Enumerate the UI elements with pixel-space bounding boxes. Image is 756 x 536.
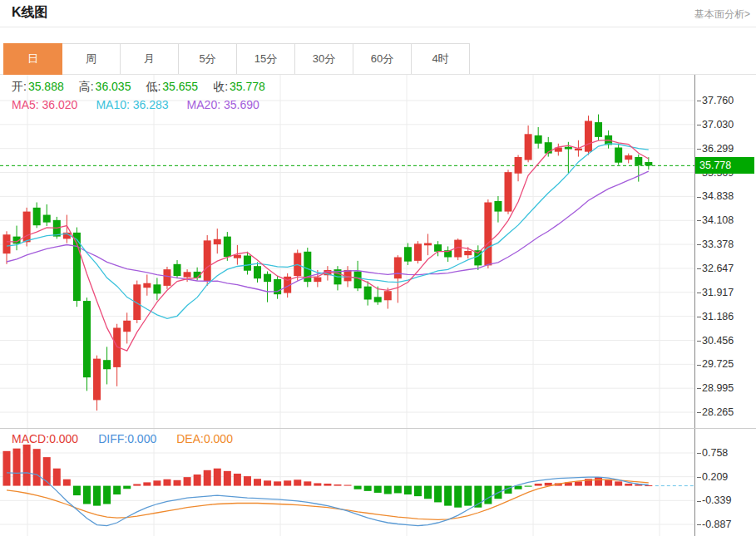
price-axis-label: 29.725 bbox=[697, 357, 734, 371]
macd-bar bbox=[464, 486, 472, 506]
macd-bar bbox=[535, 484, 542, 486]
axis-tick bbox=[697, 149, 701, 150]
open-label: 开: bbox=[12, 80, 27, 93]
price-axis-label: 28.265 bbox=[697, 406, 734, 419]
axis-tick bbox=[697, 125, 701, 125]
macd-bar bbox=[83, 486, 91, 504]
macd-bar bbox=[575, 481, 582, 485]
macd-bar bbox=[204, 470, 211, 486]
tab-60分[interactable]: 60分 bbox=[353, 43, 412, 75]
macd-bar bbox=[424, 486, 432, 499]
macd-bar bbox=[153, 480, 161, 485]
ma5-label: MA5: bbox=[12, 98, 39, 111]
macd-bar bbox=[304, 481, 311, 485]
candle-body bbox=[224, 237, 231, 258]
ma5-line bbox=[7, 140, 649, 352]
candle-body bbox=[33, 208, 41, 225]
price-axis: 35.778 37.76037.03036.29935.56934.83834.… bbox=[694, 75, 756, 428]
macd-bar bbox=[214, 469, 221, 486]
ma20-label: MA20: bbox=[187, 98, 220, 111]
macd-bar bbox=[3, 451, 11, 486]
high-value: 36.035 bbox=[96, 80, 131, 93]
axis-tick bbox=[697, 220, 701, 221]
macd-bar bbox=[93, 486, 101, 506]
candle-body bbox=[635, 157, 642, 165]
macd-panel: MACD:0.000 DIFF:0.000 DEA:0.000 0.7580.2… bbox=[0, 429, 756, 536]
axis-tick bbox=[697, 244, 701, 245]
macd-bar bbox=[444, 486, 452, 506]
macd-bar bbox=[264, 480, 271, 485]
candle-body bbox=[645, 162, 652, 165]
fundamental-analysis-link[interactable]: 基本面分析> bbox=[694, 7, 750, 22]
macd-bar bbox=[394, 486, 402, 494]
diff-line bbox=[7, 473, 649, 526]
tab-月[interactable]: 月 bbox=[120, 43, 179, 75]
current-price-badge: 35.778 bbox=[695, 157, 754, 174]
price-axis-label: 31.186 bbox=[697, 310, 734, 323]
candle-body bbox=[434, 244, 442, 252]
tab-15分[interactable]: 15分 bbox=[236, 43, 295, 75]
candle-body bbox=[103, 360, 111, 369]
axis-tick bbox=[697, 197, 701, 198]
ma20-value: 35.690 bbox=[224, 98, 259, 111]
macd-bar bbox=[174, 480, 181, 486]
candle-body bbox=[184, 272, 191, 277]
macd-bar bbox=[354, 486, 362, 489]
axis-tick bbox=[697, 412, 701, 413]
axis-tick bbox=[697, 524, 701, 525]
candle-body bbox=[515, 157, 522, 174]
macd-bar bbox=[63, 479, 71, 486]
candle-body bbox=[505, 172, 512, 211]
tab-5分[interactable]: 5分 bbox=[178, 43, 237, 75]
candle-body bbox=[143, 283, 151, 288]
candle-body bbox=[535, 135, 542, 144]
macd-bar bbox=[113, 486, 121, 494]
macd-bar bbox=[645, 485, 652, 486]
candle-body bbox=[384, 291, 392, 300]
price-axis-label: 31.917 bbox=[697, 286, 734, 299]
macd-axis-label: -0.887 bbox=[697, 518, 731, 531]
tab-4时[interactable]: 4时 bbox=[411, 43, 470, 75]
candle-body bbox=[314, 278, 321, 283]
page-title: K线图 bbox=[12, 4, 48, 22]
macd-bar bbox=[344, 485, 352, 486]
ma10-label: MA10: bbox=[96, 98, 129, 111]
candle-body bbox=[595, 122, 602, 137]
macd-bar bbox=[184, 477, 191, 485]
macd-bar bbox=[314, 483, 321, 485]
candle-body bbox=[214, 239, 221, 244]
candle-body bbox=[464, 251, 472, 255]
macd-bar bbox=[224, 471, 231, 486]
macd-bar bbox=[163, 479, 170, 486]
low-value: 35.655 bbox=[162, 80, 198, 93]
tab-30分[interactable]: 30分 bbox=[294, 43, 353, 75]
kline-app: K线图 基本面分析> 日周月5分15分30分60分4时 开:35.888 高:3… bbox=[0, 0, 756, 536]
candle-body bbox=[585, 121, 592, 152]
axis-tick bbox=[697, 477, 701, 478]
candle-body bbox=[525, 134, 532, 160]
ohlc-readout: 开:35.888 高:36.035 低:35.655 收:35.778 bbox=[12, 80, 265, 95]
macd-bar bbox=[404, 486, 412, 494]
candle-body bbox=[3, 234, 11, 253]
candle-body bbox=[615, 148, 622, 163]
macd-bar bbox=[454, 486, 462, 508]
macd-bar bbox=[23, 445, 31, 486]
macd-readout: MACD:0.000 DIFF:0.000 DEA:0.000 bbox=[12, 432, 233, 445]
price-axis-label: 33.378 bbox=[697, 238, 734, 251]
dea-label: DEA: bbox=[176, 432, 204, 445]
axis-tick bbox=[697, 453, 701, 454]
candle-body bbox=[93, 359, 101, 401]
candlestick-chart[interactable] bbox=[0, 75, 695, 428]
open-value: 35.888 bbox=[28, 80, 64, 93]
macd-bar bbox=[33, 449, 41, 485]
tab-日[interactable]: 日 bbox=[3, 43, 62, 75]
macd-axis-label: -0.339 bbox=[697, 494, 731, 507]
macd-bar bbox=[13, 449, 21, 486]
candle-body bbox=[374, 297, 382, 302]
axis-tick bbox=[697, 501, 701, 502]
axis-tick bbox=[697, 101, 701, 101]
macd-bar bbox=[234, 474, 241, 486]
candle-body bbox=[565, 147, 572, 150]
tab-周[interactable]: 周 bbox=[62, 43, 121, 75]
macd-value: 0.000 bbox=[49, 432, 78, 445]
